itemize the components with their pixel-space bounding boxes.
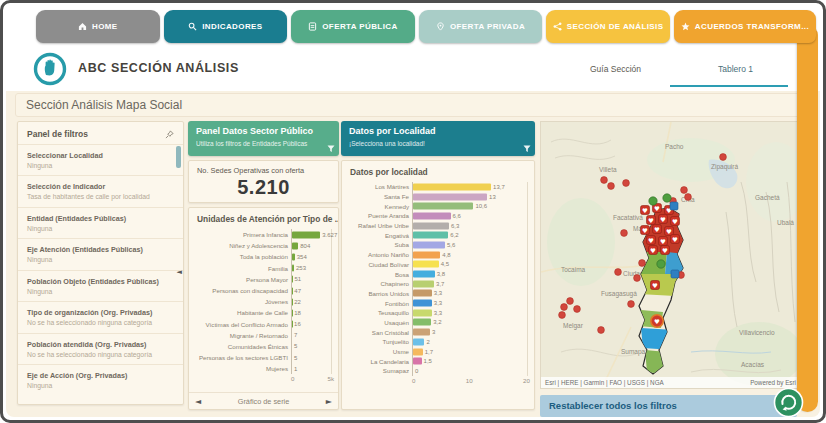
bar-row[interactable]: Ciudad Bolívar4,5 <box>348 260 528 270</box>
bar-row[interactable]: Bosa3,8 <box>348 269 528 279</box>
map-heart-marker[interactable]: ♥ <box>651 281 660 290</box>
bar-row[interactable]: Primera Infancia3.627 <box>195 229 332 240</box>
bar[interactable] <box>413 309 432 316</box>
bar-row[interactable]: Mujeres1 <box>195 363 332 374</box>
pager-prev-arrow[interactable]: ◄ <box>195 397 201 406</box>
bar-row[interactable]: Antonio Nariño4,8 <box>348 250 528 260</box>
bar[interactable] <box>292 265 294 272</box>
bar-row[interactable]: Migrante / Retornado7 <box>195 330 332 341</box>
bar-row[interactable]: Sumapaz0 <box>348 366 528 376</box>
map-point-marker[interactable] <box>559 312 566 319</box>
bar-row[interactable]: La Candelaria1,5 <box>348 356 528 366</box>
bar[interactable] <box>292 253 295 260</box>
map-heart-marker[interactable]: ♥ <box>647 236 656 245</box>
bar-row[interactable]: San Cristóbal3 <box>348 327 528 337</box>
filter-item[interactable]: Selección de IndicadorTasa de habitantes… <box>18 175 183 206</box>
map-heart-marker[interactable]: ♥ <box>659 215 668 224</box>
tab-home[interactable]: HOME <box>36 10 160 43</box>
bar-row[interactable]: Fontibón3,3 <box>348 298 528 308</box>
filter-item[interactable]: Tipo de organización (Org. Privadas)No s… <box>18 301 183 332</box>
map-heart-marker[interactable]: ♥ <box>671 235 680 244</box>
filter-item[interactable]: Seleccionar LocalidadNinguna <box>18 144 183 175</box>
filter-item[interactable]: Población atendida (Org. Privadas)No se … <box>18 333 183 364</box>
bar[interactable] <box>413 319 431 326</box>
bar[interactable] <box>413 290 432 297</box>
bar-row[interactable]: Usaquén3,2 <box>348 318 528 328</box>
bar-row[interactable]: Usme1,7 <box>348 347 528 357</box>
bar[interactable] <box>413 300 432 307</box>
bar-row[interactable]: Kennedy10,6 <box>348 201 528 211</box>
tab-acuerdos-transform[interactable]: ACUERDOS TRANSFORM... <box>674 10 816 43</box>
bar-row[interactable]: Comunidades Étnicas5 <box>195 341 332 352</box>
bar[interactable] <box>413 280 434 287</box>
bar[interactable] <box>413 193 487 200</box>
map-heart-marker[interactable]: ♥ <box>647 216 656 225</box>
bar[interactable] <box>413 271 435 278</box>
bar-row[interactable]: Jóvenes22 <box>195 296 332 307</box>
bar[interactable] <box>413 222 449 229</box>
bar-row[interactable]: Habitante de Calle18 <box>195 307 332 318</box>
map-heart-marker[interactable]: ♥ <box>641 206 650 215</box>
map-heart-marker[interactable]: ♥ <box>641 226 650 235</box>
bar[interactable] <box>413 203 473 210</box>
map-heart-marker[interactable]: ♥ <box>661 246 670 255</box>
map-point-marker[interactable] <box>601 177 608 184</box>
map-point-marker[interactable] <box>598 327 605 334</box>
bar-row[interactable]: Engativá6,2 <box>348 230 528 240</box>
bar-row[interactable]: Los Mártires13,7 <box>348 182 528 192</box>
bar[interactable] <box>413 212 451 219</box>
refresh-circle-button[interactable] <box>773 387 804 418</box>
bar[interactable] <box>413 183 491 190</box>
map-point-marker[interactable] <box>567 298 574 305</box>
map-heart-marker[interactable]: ♥ <box>649 246 658 255</box>
map-heart-marker[interactable]: ♥ <box>653 225 662 234</box>
map-point-marker[interactable] <box>639 260 646 267</box>
bar[interactable] <box>413 348 423 355</box>
tab-tablero-1[interactable]: Tablero 1 <box>718 64 753 74</box>
map-point-marker[interactable] <box>720 154 727 161</box>
bar[interactable] <box>413 329 430 336</box>
bar-row[interactable]: Familia253 <box>195 263 332 274</box>
tab-oferta-publica[interactable]: OFERTA PÚBLICA <box>291 10 415 43</box>
map-point-marker[interactable] <box>634 275 641 282</box>
map-point-marker[interactable] <box>561 304 568 311</box>
bar[interactable] <box>292 242 298 249</box>
map-point-marker[interactable] <box>623 180 630 187</box>
bar-row[interactable]: Puente Aranda6,6 <box>348 211 528 221</box>
map-heart-marker[interactable]: ♥ <box>671 217 680 226</box>
map-point-marker[interactable] <box>685 194 692 201</box>
filter-funnel-icon[interactable] <box>523 145 531 153</box>
map-point-marker[interactable] <box>574 306 581 313</box>
bar-row[interactable]: Suba5,6 <box>348 240 528 250</box>
bar-row[interactable]: Barrios Unidos3,3 <box>348 289 528 299</box>
filter-item[interactable]: Eje de Acción (Org. Privadas)Ninguna <box>18 364 183 395</box>
bar-row[interactable]: Personas con discapacidad47 <box>195 285 332 296</box>
bar-row[interactable]: Teusaquillo3,3 <box>348 308 528 318</box>
guide-link[interactable]: Guía Sección <box>590 64 641 74</box>
bar-row[interactable]: Personas de los sectores LGBTI5 <box>195 352 332 363</box>
bar[interactable] <box>292 231 320 238</box>
bar-row[interactable]: Santa Fe13 <box>348 192 528 202</box>
reset-filters-button[interactable]: Restablecer todos los filtros <box>540 395 797 417</box>
bar[interactable] <box>413 241 445 248</box>
bar-row[interactable]: Víctimas del Conflicto Armado16 <box>195 319 332 330</box>
map-point-marker[interactable] <box>615 269 622 276</box>
map-point-marker[interactable] <box>681 187 688 194</box>
bar-row[interactable]: Chapinero3,7 <box>348 279 528 289</box>
map-point-marker[interactable] <box>621 230 628 237</box>
collapse-panel-arrow[interactable]: ◄ <box>177 268 182 276</box>
pager-next-arrow[interactable]: ► <box>326 397 332 406</box>
tab-seccion-analisis[interactable]: SECCIÓN DE ANÁLISIS <box>546 10 670 43</box>
bar-row[interactable]: Tunjuelito2 <box>348 337 528 347</box>
bar[interactable] <box>413 232 448 239</box>
bar[interactable] <box>413 358 422 365</box>
filter-scrollbar-thumb[interactable] <box>176 146 181 168</box>
bar-row[interactable]: Toda la población354 <box>195 251 332 262</box>
bar-row[interactable]: Persona Mayor51 <box>195 274 332 285</box>
map-visual[interactable]: PachoZipaquiráVilletaGachetáChíaFacatati… <box>540 121 801 389</box>
map-point-marker[interactable] <box>628 301 635 308</box>
map-heart-marker[interactable]: ♥ <box>659 237 668 246</box>
tab-oferta-privada[interactable]: OFERTA PRIVADA <box>419 10 543 43</box>
bar[interactable] <box>413 261 439 268</box>
filter-funnel-icon[interactable] <box>327 145 335 153</box>
